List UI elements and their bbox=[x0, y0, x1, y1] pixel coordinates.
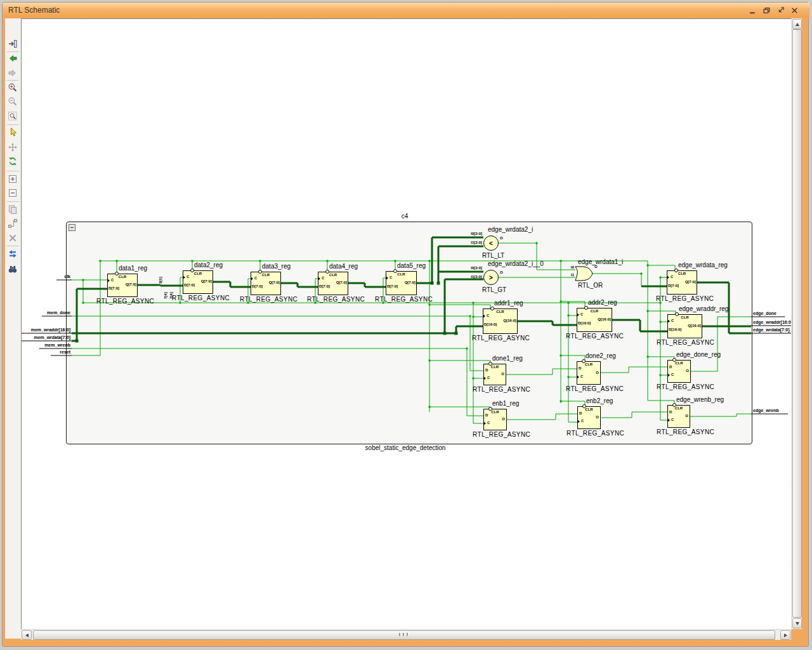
restore-icon[interactable] bbox=[762, 6, 771, 15]
vertical-scroll-thumb[interactable] bbox=[792, 29, 802, 618]
port-mem_done[interactable]: mem_done bbox=[21, 310, 70, 315]
pin-c: C bbox=[671, 373, 674, 376]
pin-c: C bbox=[671, 418, 674, 421]
gate-pin-out: O bbox=[500, 270, 503, 274]
gate-pin-in0: I0[3:0] bbox=[457, 266, 482, 270]
pin-d: D bbox=[579, 366, 581, 370]
vertical-scrollbar[interactable] bbox=[791, 18, 802, 629]
schematic-module-label: sobel_static_edge_detection bbox=[351, 444, 459, 451]
pin-q: Q[16:0] bbox=[503, 319, 516, 322]
minimize-icon[interactable] bbox=[748, 6, 757, 15]
back-icon[interactable] bbox=[8, 53, 18, 64]
scroll-up-button[interactable] bbox=[792, 19, 802, 29]
collapse-module-icon[interactable] bbox=[69, 224, 75, 231]
pin-o: O bbox=[596, 415, 599, 419]
register-type-label: RTL_REG_ASYNC bbox=[375, 296, 433, 303]
pin-c: C bbox=[254, 276, 257, 280]
pin-d: D bbox=[669, 410, 672, 414]
schematic-world: c4 sobel_static_edge_detection clkmem_do… bbox=[21, 18, 792, 630]
bus-rip-label: 7[4] bbox=[164, 292, 167, 299]
clock-triangle-icon bbox=[386, 276, 388, 280]
port-clk[interactable]: clk bbox=[21, 274, 70, 279]
fit-view-icon[interactable] bbox=[8, 142, 18, 153]
refresh-icon[interactable] bbox=[8, 156, 18, 167]
port-mem_wraddr[16:0][interactable]: mem_wraddr[16:0] bbox=[21, 328, 70, 332]
select-pointer-icon[interactable] bbox=[8, 127, 18, 138]
register-edge_done_reg[interactable]: edge_done_regRTL_REG_ASYNCCLRDCO bbox=[667, 360, 691, 383]
register-addr1_reg[interactable]: addr1_regRTL_REG_ASYNCCLRCD[16:0]Q[16:0] bbox=[483, 308, 518, 334]
zoom-out-icon[interactable] bbox=[8, 96, 18, 107]
delete-icon[interactable] bbox=[8, 233, 18, 244]
scroll-down-button[interactable] bbox=[792, 618, 802, 628]
gate-edge_wrdata2_i__0[interactable]: > bbox=[483, 270, 499, 285]
enter-instance-icon[interactable] bbox=[8, 39, 18, 50]
scroll-right-button[interactable] bbox=[780, 630, 790, 640]
reload-icon[interactable] bbox=[8, 249, 18, 260]
rtl-schematic-window: RTL Schematic c4 sobel_static_edge_detec… bbox=[0, 0, 812, 650]
schematic-canvas[interactable]: c4 sobel_static_edge_detection clkmem_do… bbox=[21, 18, 792, 630]
clock-triangle-icon bbox=[318, 277, 320, 281]
register-type-label: RTL_REG_ASYNC bbox=[657, 339, 714, 346]
float-icon[interactable] bbox=[776, 6, 785, 15]
pin-c: C bbox=[580, 312, 583, 316]
register-data5_reg[interactable]: data5_regRTL_REG_ASYNCCLRCD[7:0]Q[7:0] bbox=[386, 271, 417, 295]
clock-triangle-icon bbox=[667, 418, 670, 422]
pin-c: C bbox=[487, 376, 490, 380]
register-data1_reg[interactable]: data1_regRTL_REG_ASYNCCLRCD[7:0]Q[7:0] bbox=[107, 274, 138, 297]
scroll-left-button[interactable] bbox=[22, 630, 32, 640]
resize-grip[interactable] bbox=[399, 633, 409, 636]
zoom-selection-icon[interactable] bbox=[8, 111, 18, 122]
register-enb2_reg[interactable]: enb2_regRTL_REG_ASYNCCLRDCO bbox=[577, 406, 601, 429]
register-enb1_reg[interactable]: enb1_regRTL_REG_ASYNCCLRDCO bbox=[483, 409, 507, 430]
port-edge_done[interactable]: edge_done bbox=[753, 311, 776, 315]
zoom-in-icon[interactable] bbox=[8, 83, 18, 93]
clock-triangle-icon bbox=[577, 375, 579, 379]
gate-pin-out: O bbox=[594, 265, 598, 269]
toolbar-separator bbox=[7, 171, 19, 171]
collapse-icon[interactable] bbox=[8, 188, 18, 199]
register-data2_reg[interactable]: data2_regRTL_REG_ASYNCCLRCD[7:0]Q[7:0] bbox=[183, 270, 213, 294]
register-instance-label: enb1_reg bbox=[492, 400, 519, 407]
port-edge_wrenb[interactable]: edge_wrenb bbox=[753, 408, 779, 413]
port-edge_wrdata[7:0][interactable]: edge_wrdata[7:0] bbox=[753, 328, 790, 332]
pin-c: C bbox=[581, 419, 584, 423]
register-edge_wraddr_reg[interactable]: edge_wraddr_regRTL_REG_ASYNCCLRCD[16:0]Q… bbox=[667, 314, 702, 338]
pin-d: D[16:0] bbox=[669, 328, 681, 331]
toolbar-separator bbox=[7, 201, 19, 202]
register-edge_wrdata_reg[interactable]: edge_wrdata_regRTL_REG_ASYNCCLRCD[7:0]Q[… bbox=[667, 270, 697, 295]
register-done2_reg[interactable]: done2_regRTL_REG_ASYNCCLRDCO bbox=[577, 361, 601, 385]
register-edge_wrenb_reg[interactable]: edge_wrenb_regRTL_REG_ASYNCCLRDCO bbox=[667, 405, 690, 428]
register-instance-label: done2_reg bbox=[586, 352, 616, 359]
pin-c: C bbox=[580, 375, 583, 378]
pin-q: Q[7:0] bbox=[336, 281, 347, 284]
gate-pin-in0: I0 bbox=[566, 265, 574, 269]
module-boundary-box[interactable] bbox=[66, 222, 752, 444]
pin-d: D[7:0] bbox=[108, 286, 119, 290]
register-addr2_reg[interactable]: addr2_regRTL_REG_ASYNCCLRCD[16:0]Q[16:0] bbox=[577, 308, 612, 332]
pin-q: Q[7:0] bbox=[685, 280, 696, 284]
toolbar-separator bbox=[7, 51, 19, 52]
expand-icon[interactable] bbox=[8, 174, 18, 185]
close-icon[interactable] bbox=[790, 6, 799, 15]
forward-icon[interactable] bbox=[8, 68, 18, 79]
register-data3_reg[interactable]: data3_regRTL_REG_ASYNCCLRCD[7:0]Q[7:0] bbox=[251, 272, 281, 295]
port-edge_wraddr[16:0][interactable]: edge_wraddr[16:0] bbox=[753, 320, 792, 324]
register-data4_reg[interactable]: data4_regRTL_REG_ASYNCCLRCD[7:0]Q[7:0] bbox=[318, 272, 348, 295]
register-instance-label: enb2_reg bbox=[586, 397, 613, 404]
register-instance-label: addr1_reg bbox=[494, 300, 523, 307]
port-mem_wrdata[7:0][interactable]: mem_wrdata[7:0] bbox=[21, 335, 70, 340]
register-type-label: RTL_REG_ASYNC bbox=[566, 430, 624, 437]
titlebar[interactable]: RTL Schematic bbox=[3, 3, 809, 18]
pin-o: O bbox=[686, 369, 689, 373]
gate-edge_wrdata2_i[interactable]: < bbox=[483, 235, 499, 251]
copy-icon[interactable] bbox=[8, 204, 18, 215]
pin-c: C bbox=[390, 275, 392, 279]
bus-rip-label: 7[4] bbox=[169, 292, 173, 299]
push-to-schematic-icon[interactable] bbox=[8, 218, 18, 229]
search-icon[interactable] bbox=[8, 264, 18, 275]
register-type-label: RTL_REG_ASYNC bbox=[657, 428, 714, 435]
port-reset[interactable]: reset bbox=[21, 350, 70, 354]
port-mem_wrenb[interactable]: mem_wrenb bbox=[21, 343, 70, 347]
register-done1_reg[interactable]: done1_regRTL_REG_ASYNCCLRDCO bbox=[483, 364, 506, 385]
register-instance-label: done1_reg bbox=[492, 355, 523, 362]
